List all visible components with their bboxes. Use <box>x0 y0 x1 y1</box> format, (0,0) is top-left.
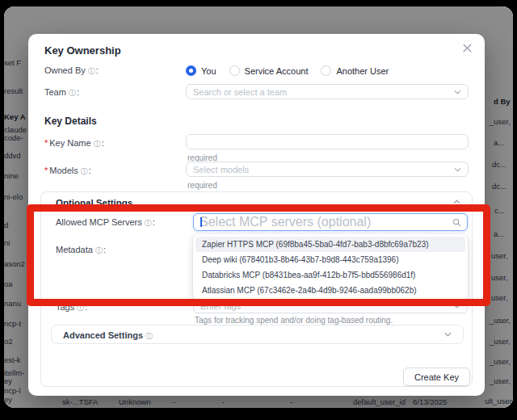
metadata-label: Metadataⓘ: <box>56 245 106 256</box>
browser-viewport: set FresultKey Aclaudecode-ddvdnineni-el… <box>4 6 513 408</box>
key-details-header: Key Details <box>44 116 97 127</box>
mcp-servers-placeholder: Select MCP servers (optional) <box>200 215 371 229</box>
tags-label: Tagsⓘ: <box>56 302 87 313</box>
info-icon: ⓘ <box>145 219 152 227</box>
models-required-note: required <box>187 181 217 190</box>
advanced-settings-label: Advanced Settingsⓘ <box>63 330 153 342</box>
radio-another-user[interactable]: Another User <box>321 65 389 76</box>
radio-unselected-icon <box>229 65 240 76</box>
chevron-down-icon <box>454 90 461 94</box>
models-label: *Modelsⓘ: <box>44 166 91 177</box>
mcp-servers-label: Allowed MCP Serversⓘ: <box>56 217 155 229</box>
info-icon: ⓘ <box>88 67 95 75</box>
search-icon <box>452 218 461 227</box>
create-key-modal: Key Ownership Owned Byⓘ: You Service Acc… <box>28 34 485 396</box>
info-icon: ⓘ <box>69 89 76 97</box>
chevron-up-icon[interactable] <box>453 200 460 204</box>
chevron-down-icon <box>454 167 461 172</box>
info-icon: ⓘ <box>145 332 153 340</box>
mcp-option-list: Zapier HTTPS MCP (69f8ba45-5ba0-4fd7-bab… <box>195 237 465 298</box>
tags-help-text: Tags for tracking spend and/or doing tag… <box>195 316 393 325</box>
mcp-server-option[interactable]: Atlassian MCP (67c3462e-2a4b-4d9b-9246-a… <box>195 283 465 298</box>
advanced-settings-panel[interactable]: Advanced Settingsⓘ <box>51 325 464 344</box>
chevron-down-icon <box>444 332 452 337</box>
mcp-server-option[interactable]: Databricks MCP (b8431bea-aa9f-412b-b7f5-… <box>195 267 465 283</box>
models-placeholder: Select models <box>193 165 249 174</box>
owned-by-label: Owned Byⓘ: <box>44 65 99 77</box>
chevron-down-icon <box>453 304 460 309</box>
info-icon: ⓘ <box>94 140 101 148</box>
optional-settings-header[interactable]: Optional Settings <box>56 198 132 208</box>
info-icon: ⓘ <box>77 304 84 312</box>
mcp-servers-select[interactable]: Select MCP servers (optional) <box>193 213 468 231</box>
tags-select[interactable]: Enter tags <box>193 299 468 313</box>
create-key-button[interactable]: Create Key <box>403 368 470 386</box>
radio-selected-icon <box>186 65 196 76</box>
text-cursor <box>200 217 202 227</box>
radio-you[interactable]: You <box>186 65 216 76</box>
team-label: Teamⓘ: <box>44 87 79 99</box>
key-name-label: *Key Nameⓘ: <box>44 138 104 149</box>
owned-by-radio-group: You Service Account Another User <box>186 65 389 76</box>
modal-title: Key Ownership <box>44 44 121 57</box>
key-name-input[interactable] <box>186 134 469 149</box>
models-select[interactable]: Select models <box>186 162 469 177</box>
close-icon[interactable] <box>462 43 473 54</box>
mcp-servers-dropdown: Zapier HTTPS MCP (69f8ba45-5ba0-4fd7-bab… <box>193 234 468 300</box>
team-placeholder: Search or select a team <box>193 87 287 97</box>
radio-unselected-icon <box>321 65 331 76</box>
tags-placeholder: Enter tags <box>200 301 241 311</box>
mcp-server-option[interactable]: Deep wiki (678401b3-8b46-43b7-b9d8-443c7… <box>195 252 465 267</box>
info-icon: ⓘ <box>81 167 88 175</box>
radio-service-account[interactable]: Service Account <box>229 65 309 76</box>
optional-settings-panel: Optional Settings Allowed MCP Serversⓘ: … <box>40 191 473 387</box>
team-select[interactable]: Search or select a team <box>186 84 469 99</box>
info-icon: ⓘ <box>95 246 103 254</box>
mcp-server-option[interactable]: Zapier HTTPS MCP (69f8ba45-5ba0-4fd7-bab… <box>195 237 465 252</box>
